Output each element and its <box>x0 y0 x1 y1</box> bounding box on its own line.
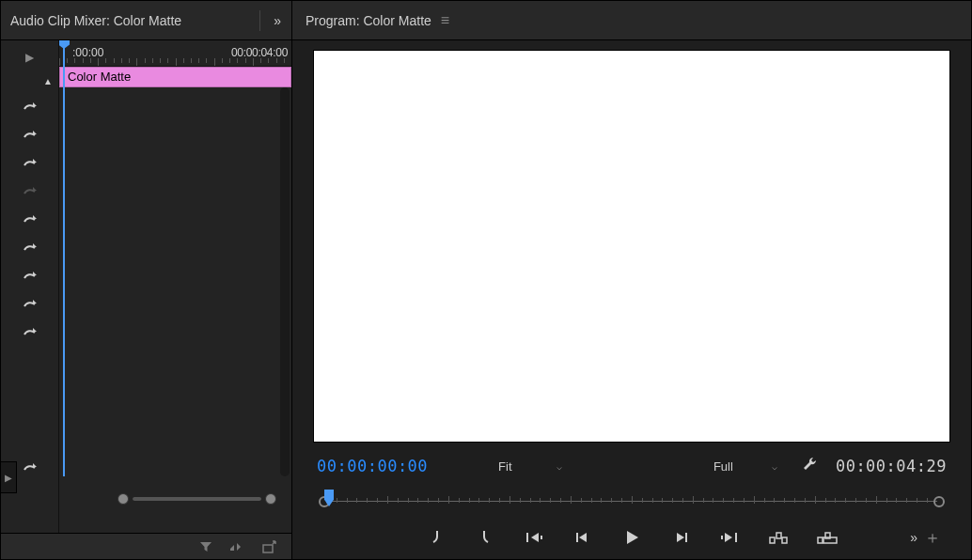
program-monitor-panel: Program: Color Matte ≡ 00:00:00:00 Fit ⌵… <box>292 1 971 559</box>
fx-in-out-icon[interactable] <box>229 538 246 555</box>
svg-rect-0 <box>263 545 273 552</box>
transport-right-group: » ＋ <box>910 526 941 549</box>
ruler-start-label: :00:00 <box>72 46 103 59</box>
lift-button[interactable] <box>767 526 790 549</box>
monitor-info-row: 00:00:00:00 Fit ⌵ Full ⌵ 00:00:04:29 <box>313 446 950 486</box>
property-toggle-column <box>1 91 58 341</box>
left-panel-body: ▶ ▲ :00:00 00:00:04:00 <box>1 40 291 533</box>
chevron-down-icon: ⌵ <box>557 461 562 472</box>
ruler-ticks <box>59 58 291 66</box>
keyframe-toggle[interactable] <box>18 208 42 228</box>
track-header-gutter: ▶ ▲ <box>1 40 59 533</box>
svg-rect-2 <box>576 533 578 542</box>
clip-bar[interactable]: Color Matte <box>59 67 291 87</box>
gutter-play-row: ▶ <box>1 44 58 70</box>
monitor-area: 00:00:00:00 Fit ⌵ Full ⌵ 00:00:04:29 <box>292 40 971 559</box>
zoom-scrollbar[interactable] <box>118 491 276 506</box>
button-editor-add-icon[interactable]: ＋ <box>924 526 941 549</box>
playhead-indicator[interactable] <box>63 40 65 476</box>
zoom-track[interactable] <box>133 497 261 501</box>
collapse-up-icon[interactable]: ▲ <box>43 76 53 86</box>
filter-icon[interactable] <box>197 538 214 555</box>
scrub-handle-end[interactable] <box>933 496 945 507</box>
step-back-button[interactable] <box>572 526 594 549</box>
zoom-dropdown-label: Fit <box>498 459 511 474</box>
audio-clip-mixer-panel: Audio Clip Mixer: Color Matte » ▶ ▲ <box>1 1 292 559</box>
ruler-end-label: 00:00:04:00 <box>231 46 288 59</box>
side-expand-handle[interactable]: ▶ <box>0 461 17 493</box>
scrub-ticks <box>326 496 937 506</box>
zoom-handle-end[interactable] <box>265 493 276 505</box>
divider <box>259 10 260 31</box>
mini-timeline[interactable]: :00:00 00:00:04:00 Color Matte <box>59 40 291 533</box>
duration-timecode: 00:00:04:29 <box>836 457 947 475</box>
current-timecode[interactable]: 00:00:00:00 <box>317 457 428 475</box>
step-forward-button[interactable] <box>669 526 692 549</box>
video-monitor[interactable] <box>313 50 950 443</box>
transport-overflow-icon[interactable]: » <box>910 530 915 545</box>
program-header: Program: Color Matte ≡ <box>292 1 971 40</box>
svg-rect-1 <box>526 533 528 542</box>
svg-rect-4 <box>735 533 737 542</box>
mark-in-button[interactable] <box>425 526 447 549</box>
left-panel-header: Audio Clip Mixer: Color Matte » <box>1 1 291 40</box>
keyframe-toggle[interactable] <box>18 95 42 116</box>
clip-label: Color Matte <box>68 70 131 84</box>
svg-rect-6 <box>776 533 781 538</box>
keyframe-toggle[interactable] <box>18 179 42 200</box>
export-icon[interactable] <box>261 538 278 555</box>
program-title: Program: Color Matte <box>306 13 431 28</box>
settings-wrench-icon[interactable] <box>798 456 823 476</box>
svg-rect-3 <box>685 533 687 542</box>
gutter-collapse-row: ▲ <box>1 70 58 91</box>
keyframe-toggle[interactable] <box>18 292 42 313</box>
app-root: Audio Clip Mixer: Color Matte » ▶ ▲ <box>0 0 972 560</box>
extract-button[interactable] <box>816 526 839 549</box>
vertical-scrollbar[interactable] <box>280 87 290 476</box>
play-only-icon[interactable]: ▶ <box>25 51 34 64</box>
resolution-dropdown-label: Full <box>713 459 733 474</box>
zoom-handle-start[interactable] <box>118 493 129 505</box>
play-button[interactable] <box>620 526 643 549</box>
svg-rect-5 <box>770 537 775 543</box>
panel-menu-icon[interactable]: ≡ <box>441 12 449 29</box>
zoom-dropdown[interactable]: Fit ⌵ <box>491 455 570 477</box>
keyframe-toggle[interactable] <box>18 151 42 172</box>
left-panel-title: Audio Clip Mixer: Color Matte <box>10 13 181 28</box>
keyframe-toggle[interactable] <box>18 456 42 476</box>
svg-rect-8 <box>818 537 823 543</box>
chevron-down-icon: ⌵ <box>772 461 777 472</box>
svg-rect-7 <box>782 537 787 543</box>
resolution-dropdown[interactable]: Full ⌵ <box>706 455 785 477</box>
keyframe-toggle[interactable] <box>18 236 42 257</box>
mark-out-button[interactable] <box>474 526 496 549</box>
panel-overflow-icon[interactable]: » <box>270 13 282 28</box>
go-to-in-button[interactable] <box>523 526 545 549</box>
keyframe-toggle[interactable] <box>18 123 42 144</box>
time-ruler[interactable]: :00:00 00:00:04:00 <box>59 40 291 67</box>
scrub-bar[interactable] <box>317 488 947 516</box>
keyframe-toggle[interactable] <box>18 320 42 341</box>
transport-bar: » ＋ <box>313 516 950 559</box>
keyframe-toggle[interactable] <box>18 264 42 285</box>
left-panel-footer <box>1 533 291 559</box>
go-to-out-button[interactable] <box>718 526 741 549</box>
